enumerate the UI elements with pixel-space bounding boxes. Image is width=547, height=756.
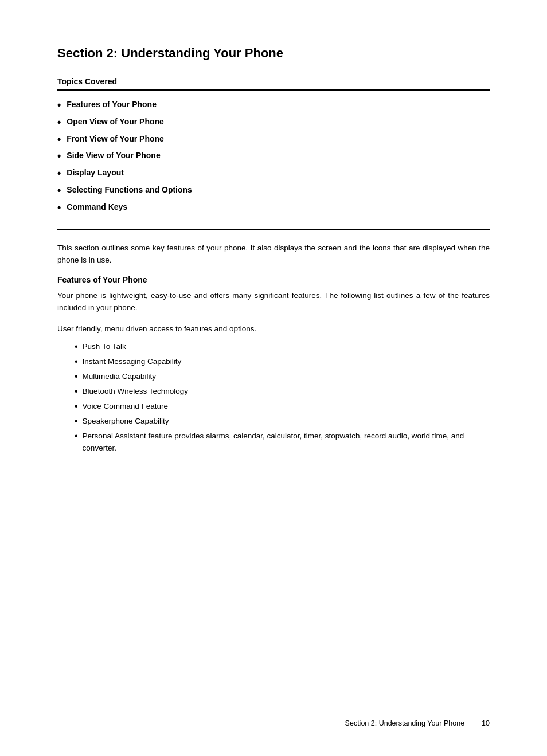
user-friendly-text: User friendly, menu driven access to fea…	[57, 323, 490, 335]
body-section: This section outlines some key features …	[57, 242, 490, 455]
list-item: Display Layout	[57, 168, 490, 179]
features-list: Push To Talk Instant Messaging Capabilit…	[57, 341, 490, 454]
section-title: Section 2: Understanding Your Phone	[57, 46, 490, 61]
list-item: Voice Command Feature	[75, 401, 490, 413]
list-item: Side View of Your Phone	[57, 151, 490, 162]
list-item: Open View of Your Phone	[57, 117, 490, 128]
list-item: Personal Assistant feature provides alar…	[75, 430, 490, 455]
list-item: Bluetooth Wireless Technology	[75, 386, 490, 398]
list-item: Instant Messaging Capability	[75, 356, 490, 368]
list-item: Multimedia Capability	[75, 371, 490, 383]
list-item: Front View of Your Phone	[57, 134, 490, 146]
features-of-your-phone-heading: Features of Your Phone	[57, 275, 490, 284]
features-intro-text: Your phone is lightweight, easy-to-use a…	[57, 290, 490, 314]
footer-page-number: 10	[482, 719, 490, 727]
topics-covered-label: Topics Covered	[57, 77, 490, 86]
list-item: Speakerphone Capability	[75, 416, 490, 428]
topics-covered-section: Topics Covered Features of Your Phone Op…	[57, 77, 490, 230]
bottom-divider	[57, 229, 490, 230]
list-item: Push To Talk	[75, 341, 490, 353]
page-footer: Section 2: Understanding Your Phone 10	[345, 719, 490, 727]
intro-paragraph: This section outlines some key features …	[57, 242, 490, 267]
list-item: Command Keys	[57, 202, 490, 214]
list-item: Selecting Functions and Options	[57, 185, 490, 197]
footer-section-label: Section 2: Understanding Your Phone	[345, 719, 465, 727]
topics-list: Features of Your Phone Open View of Your…	[57, 91, 490, 229]
page-content: Section 2: Understanding Your Phone Topi…	[0, 0, 547, 506]
list-item: Features of Your Phone	[57, 100, 490, 111]
